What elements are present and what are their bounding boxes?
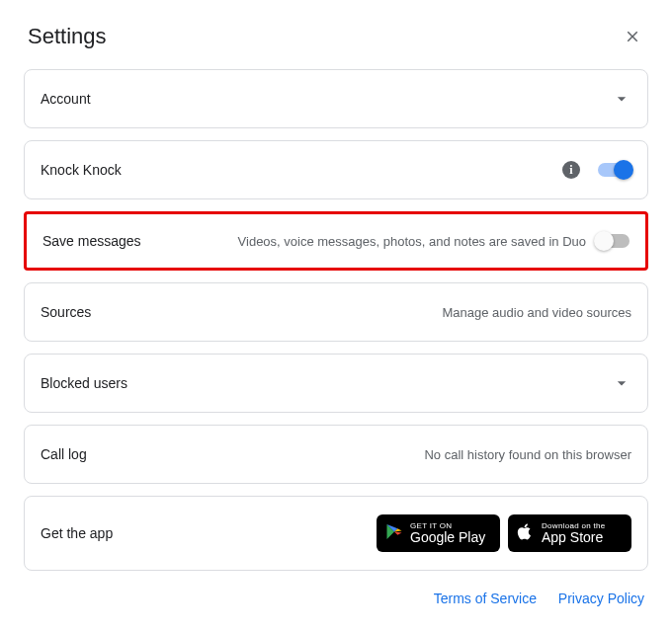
sources-description: Manage audio and video sources bbox=[442, 305, 631, 320]
info-icon[interactable]: i bbox=[562, 161, 580, 179]
google-play-badge[interactable]: GET IT ON Google Play bbox=[377, 514, 500, 552]
blocked-users-label: Blocked users bbox=[41, 375, 127, 391]
account-row[interactable]: Account bbox=[24, 69, 648, 128]
call-log-row: Call log No call history found on this b… bbox=[24, 425, 648, 484]
call-log-label: Call log bbox=[41, 446, 87, 462]
page-title: Settings bbox=[28, 24, 107, 49]
chevron-down-icon bbox=[612, 89, 631, 109]
call-log-description: No call history found on this browser bbox=[424, 447, 631, 462]
settings-header: Settings bbox=[24, 24, 648, 49]
save-messages-description: Videos, voice messages, photos, and note… bbox=[161, 234, 586, 249]
app-store-badge[interactable]: Download on the App Store bbox=[508, 514, 631, 552]
apple-icon bbox=[516, 521, 534, 546]
google-play-icon bbox=[384, 521, 404, 546]
footer-links: Terms of Service Privacy Policy bbox=[24, 583, 648, 606]
get-the-app-label: Get the app bbox=[41, 525, 113, 541]
sources-label: Sources bbox=[41, 304, 91, 320]
close-icon bbox=[624, 28, 641, 45]
app-store-big-text: App Store bbox=[542, 530, 622, 544]
account-label: Account bbox=[41, 91, 91, 107]
google-play-big-text: Google Play bbox=[410, 530, 490, 544]
knock-knock-label: Knock Knock bbox=[41, 162, 122, 178]
privacy-policy-link[interactable]: Privacy Policy bbox=[558, 591, 644, 606]
save-messages-label: Save messages bbox=[42, 233, 141, 249]
knock-knock-toggle[interactable] bbox=[598, 163, 631, 177]
knock-knock-row: Knock Knock i bbox=[24, 140, 648, 199]
terms-of-service-link[interactable]: Terms of Service bbox=[434, 591, 537, 606]
chevron-down-icon bbox=[612, 373, 631, 393]
close-button[interactable] bbox=[621, 25, 644, 48]
get-the-app-row: Get the app GET IT ON Google Play Downlo… bbox=[24, 496, 648, 571]
sources-row[interactable]: Sources Manage audio and video sources bbox=[24, 282, 648, 342]
save-messages-row: Save messages Videos, voice messages, ph… bbox=[24, 211, 648, 271]
save-messages-toggle[interactable] bbox=[596, 234, 630, 248]
blocked-users-row[interactable]: Blocked users bbox=[24, 354, 648, 413]
